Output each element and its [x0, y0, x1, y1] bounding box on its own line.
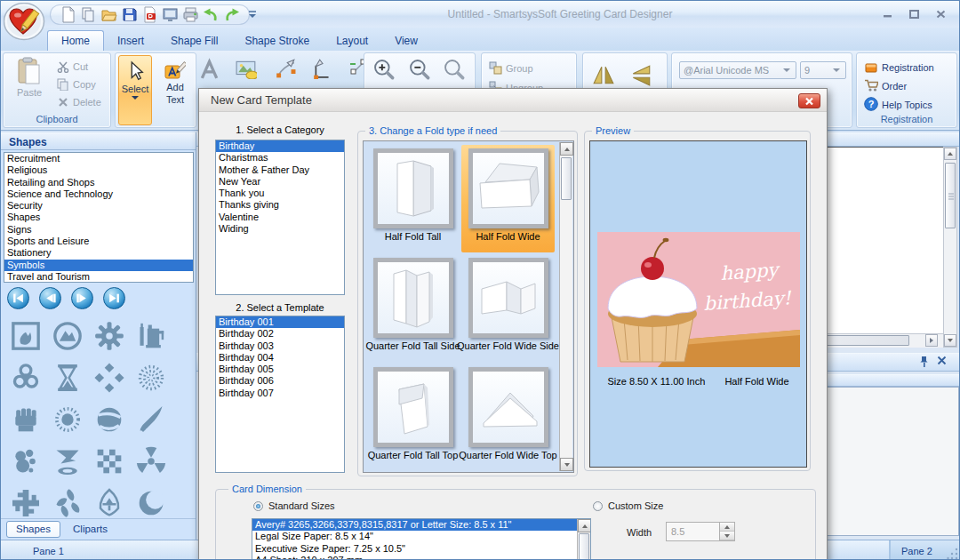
close-button[interactable] — [932, 7, 950, 20]
width-spin-up[interactable] — [720, 523, 734, 532]
size-scroll-up[interactable] — [578, 519, 591, 532]
list-item[interactable]: Birthday 004 — [216, 352, 344, 364]
mountain-circle-icon[interactable] — [50, 318, 85, 354]
fold-scroll-down[interactable] — [560, 458, 573, 471]
cut-button[interactable]: Cut — [57, 60, 88, 73]
list-item[interactable]: Birthday 002 — [216, 328, 344, 340]
vertical-scrollbar[interactable] — [943, 147, 957, 348]
category-list[interactable]: BirthdayCharistmasMother & Father DayNew… — [215, 140, 345, 295]
redo-icon[interactable] — [223, 6, 240, 23]
list-item[interactable]: Security — [4, 200, 193, 212]
list-item[interactable]: Thank you — [216, 188, 344, 199]
list-item[interactable]: Birthday 003 — [216, 340, 344, 352]
list-item[interactable]: Legal Size Paper: 8.5 x 14" — [252, 531, 590, 542]
print-icon[interactable] — [182, 6, 199, 23]
gear-icon[interactable] — [92, 318, 127, 354]
group-button[interactable]: Group — [489, 61, 533, 75]
standard-sizes-radio[interactable] — [253, 501, 263, 511]
scroll-right-button[interactable] — [925, 334, 938, 347]
fish-swirl-icon[interactable] — [50, 485, 85, 521]
list-item[interactable]: Recruitment — [4, 153, 193, 164]
tab-layout[interactable]: Layout — [323, 30, 381, 51]
resize-grip-icon[interactable] — [947, 547, 959, 559]
art-text-icon[interactable] — [198, 58, 221, 81]
list-item[interactable]: Executive Size Paper: 7.25 x 10.5" — [252, 543, 590, 555]
list-item[interactable]: Thanks giving — [216, 199, 344, 211]
dot-spiral-icon[interactable] — [133, 360, 169, 396]
crescent-ring-icon[interactable] — [133, 485, 169, 521]
radiation-icon[interactable] — [133, 444, 169, 479]
maximize-button[interactable] — [905, 7, 924, 20]
nav-next-button[interactable] — [71, 287, 93, 309]
list-item[interactable]: Charistmas — [216, 152, 344, 164]
select-button[interactable]: Select — [118, 55, 152, 125]
list-item[interactable]: Birthday — [216, 140, 344, 152]
list-item[interactable]: Science and Technology — [4, 188, 193, 200]
list-item[interactable]: Travel and Tourism — [4, 271, 193, 283]
copy-icon[interactable] — [80, 6, 97, 23]
biohazard-icon[interactable] — [8, 360, 44, 396]
add-text-button[interactable]: Add Text — [156, 55, 194, 125]
paint-brush-icon[interactable] — [133, 402, 169, 437]
open-icon[interactable] — [100, 6, 117, 23]
zoom-out-icon[interactable] — [408, 58, 431, 81]
fold-option-quarter-fold-tall-top[interactable]: Quarter Fold Tall Top — [366, 364, 460, 471]
nav-first-button[interactable] — [7, 287, 29, 309]
tab-shape-stroke[interactable]: Shape Stroke — [231, 30, 323, 51]
width-spin-down[interactable] — [720, 532, 734, 540]
size-scroll-thumb[interactable] — [579, 533, 589, 560]
quick-access-more-icon[interactable] — [248, 10, 257, 19]
list-item[interactable]: Shapes — [4, 212, 193, 223]
diamond-cluster-icon[interactable] — [92, 360, 127, 396]
ink-bottle-frame-icon[interactable] — [8, 318, 44, 354]
pump-icon[interactable] — [133, 318, 169, 354]
help-topics-button[interactable]: ?Help Topics — [864, 97, 932, 113]
zoom-in-icon[interactable] — [372, 58, 396, 81]
list-item[interactable]: Birthday 007 — [216, 388, 344, 399]
registration-button[interactable]: Registration — [864, 60, 934, 76]
template-list[interactable]: Birthday 001Birthday 002Birthday 003Birt… — [215, 316, 345, 473]
tab-insert[interactable]: Insert — [104, 30, 157, 51]
shape-category-list[interactable]: RecruitmentReligiousRetailing and ShopsS… — [4, 152, 194, 283]
shield-plane-icon[interactable] — [92, 485, 127, 521]
save-icon[interactable] — [121, 6, 138, 23]
pane-close-icon[interactable] — [937, 356, 947, 365]
list-item[interactable]: Birthday 005 — [216, 364, 344, 375]
tab-view[interactable]: View — [381, 30, 431, 51]
delete-button[interactable]: Delete — [57, 96, 101, 108]
sun-burst-icon[interactable] — [50, 402, 85, 437]
list-item[interactable]: Avery# 3265,3266,3379,8315,8317 or Lette… — [252, 519, 590, 531]
order-button[interactable]: Order — [864, 78, 907, 94]
export-image-icon[interactable] — [162, 6, 179, 23]
line-pen-icon[interactable] — [312, 58, 335, 81]
font-size-select[interactable]: 9 — [800, 61, 846, 79]
list-item[interactable]: Signs — [4, 224, 193, 236]
paper-size-list[interactable]: Avery# 3265,3266,3379,8315,8317 or Lette… — [252, 518, 591, 560]
fold-option-half-fold-tall[interactable]: Half Fold Tall — [366, 145, 460, 252]
list-item[interactable]: Sports and Leisure — [4, 236, 193, 247]
list-item[interactable]: New Year — [216, 176, 344, 188]
bezier-pen-icon[interactable] — [275, 58, 298, 81]
export-pdf-icon[interactable] — [141, 6, 158, 23]
sphere-swirl-icon[interactable] — [92, 402, 127, 437]
nav-last-button[interactable] — [103, 287, 125, 309]
pin-icon[interactable] — [918, 356, 929, 367]
standard-sizes-option[interactable]: Standard Sizes — [253, 500, 335, 511]
scroll-up-button[interactable] — [944, 148, 956, 160]
zoom-icon[interactable] — [443, 58, 466, 81]
blob-clover-icon[interactable] — [8, 444, 44, 479]
undo-icon[interactable] — [203, 6, 220, 23]
list-item[interactable]: Valentine — [216, 212, 344, 223]
list-item[interactable]: Symbols — [4, 260, 193, 271]
dialog-close-button[interactable] — [798, 93, 820, 108]
list-item[interactable]: Retailing and Shops — [4, 177, 193, 188]
list-item[interactable]: Stationery — [4, 247, 193, 259]
fold-scrollbar[interactable] — [559, 142, 572, 471]
list-item[interactable]: Birthday 001 — [216, 316, 344, 328]
valve-cross-icon[interactable] — [8, 485, 44, 521]
nav-previous-button[interactable] — [39, 287, 61, 309]
paste-button[interactable]: Paste — [9, 57, 50, 98]
tab-shape-fill[interactable]: Shape Fill — [157, 30, 231, 51]
panel-tab-cliparts[interactable]: Cliparts — [64, 522, 116, 537]
checkerboard-icon[interactable] — [92, 444, 127, 479]
